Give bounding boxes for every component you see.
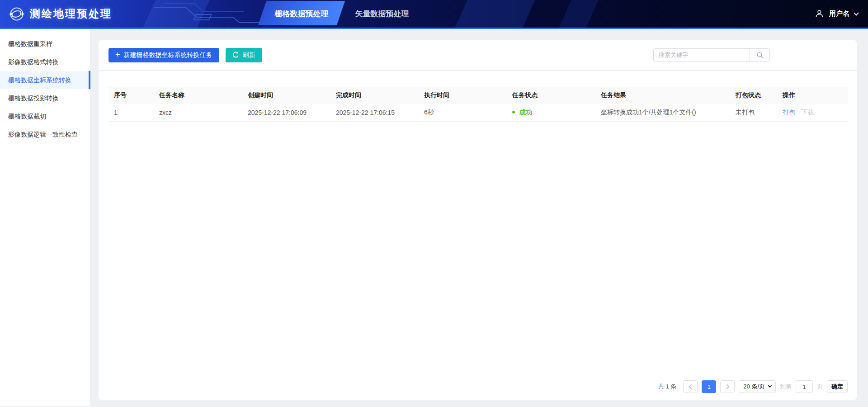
content-card: + 新建栅格数据坐标系统转换任务 刷新 [99,40,857,400]
total-count-label: 共 1 条 [658,383,676,391]
current-page-label: 1 [708,383,711,390]
search-input[interactable] [654,49,750,62]
sidebar-item-image-format-convert[interactable]: 影像数据格式转换 [0,53,90,71]
refresh-button[interactable]: 刷新 [226,48,262,62]
status-dot [512,111,515,114]
cell-task-name: zxcz [154,104,242,121]
prev-page-button[interactable] [683,380,698,393]
new-task-button[interactable]: + 新建栅格数据坐标系统转换任务 [108,48,219,62]
col-result: 任务结果 [595,87,730,104]
new-task-label: 新建栅格数据坐标系统转换任务 [124,51,212,59]
task-table-wrap: 序号 任务名称 创建时间 完成时间 执行时间 任务状态 任务结果 打包状态 操作 [99,71,857,122]
col-pack-status: 打包状态 [730,87,777,104]
cell-created-time: 2025-12-22 17:06:09 [242,104,330,121]
tab-label: 矢量数据预处理 [355,9,409,19]
plus-icon: + [115,51,120,59]
tab-label: 栅格数据预处理 [275,9,329,19]
header-decoration [559,0,598,28]
status-text: 成功 [519,109,532,116]
header-decoration [143,0,209,28]
cell-duration: 6秒 [419,104,507,121]
chevron-right-icon [724,384,729,389]
cell-status: 成功 [507,104,595,121]
chevron-down-icon [854,10,859,15]
cell-finished-time: 2025-12-22 17:06:15 [330,104,419,121]
table-row: 1 zxcz 2025-12-22 17:06:09 2025-12-22 17… [108,104,848,121]
username-label: 用户名 [829,9,849,18]
col-task-name: 任务名称 [154,87,242,104]
goto-suffix-label: 页 [817,383,823,391]
tab-vector-preprocessing[interactable]: 矢量数据预处理 [342,0,422,28]
table-header-row: 序号 任务名称 创建时间 完成时间 执行时间 任务状态 任务结果 打包状态 操作 [108,87,848,104]
search-icon [756,52,764,59]
refresh-icon [232,52,239,58]
sidebar-item-image-logic-check[interactable]: 影像数据逻辑一致性检查 [0,125,90,143]
app-logo-area: 测绘地理预处理 [0,5,112,23]
col-index: 序号 [108,87,154,104]
cell-result: 坐标转换成功1个/共处理1个文件() [595,104,730,121]
col-created-time: 创建时间 [242,87,330,104]
header-decoration [455,0,535,28]
next-page-button[interactable] [720,380,735,393]
app-title: 测绘地理预处理 [30,7,112,21]
user-menu[interactable]: 用户名 [815,0,858,28]
cell-index: 1 [108,104,154,121]
sidebar-item-raster-coordinate-convert[interactable]: 栅格数据坐标系统转换 [0,71,90,89]
main-area: + 新建栅格数据坐标系统转换任务 刷新 [90,29,868,406]
tab-raster-preprocessing[interactable]: 栅格数据预处理 [261,0,342,28]
refresh-label: 刷新 [243,51,255,59]
search-button[interactable] [750,49,769,62]
col-duration: 执行时间 [419,87,507,104]
pagination: 共 1 条 1 20 条/页 到第 页 确定 [99,380,857,400]
page-content: 栅格数据重采样 影像数据格式转换 栅格数据坐标系统转换 栅格数据投影转换 栅格数… [0,29,868,406]
toolbar: + 新建栅格数据坐标系统转换任务 刷新 [99,40,857,71]
task-table: 序号 任务名称 创建时间 完成时间 执行时间 任务状态 任务结果 打包状态 操作 [108,87,848,122]
sidebar-nav: 栅格数据重采样 影像数据格式转换 栅格数据坐标系统转换 栅格数据投影转换 栅格数… [0,29,90,406]
page-size-select[interactable]: 20 条/页 [739,380,776,393]
page-number-button[interactable]: 1 [702,380,716,393]
pack-action-link[interactable]: 打包 [783,109,795,116]
col-status: 任务状态 [507,87,595,104]
cell-actions: 打包 下载 [777,104,848,121]
col-finished-time: 完成时间 [330,87,419,104]
goto-page-input[interactable] [796,380,813,393]
col-actions: 操作 [777,87,848,104]
page-size-label: 20 条/页 [743,383,765,391]
app-header: 测绘地理预处理 栅格数据预处理 矢量数据预处理 用户名 [0,0,868,29]
header-tabs: 栅格数据预处理 矢量数据预处理 [261,0,422,28]
sidebar-item-raster-resample[interactable]: 栅格数据重采样 [0,35,90,53]
sidebar-item-raster-projection-convert[interactable]: 栅格数据投影转换 [0,89,90,107]
circuit-lines-decoration [154,0,262,28]
cell-pack-status: 未打包 [730,104,777,121]
app-logo-icon [8,5,25,23]
download-action-link[interactable]: 下载 [801,109,814,116]
sidebar-item-raster-clip[interactable]: 栅格数据裁切 [0,107,90,125]
goto-confirm-button[interactable]: 确定 [827,380,848,393]
user-icon [815,9,824,19]
chevron-left-icon [689,384,693,389]
search-box [653,48,770,62]
chevron-down-icon [768,384,772,388]
goto-prefix-label: 到第 [780,383,792,391]
